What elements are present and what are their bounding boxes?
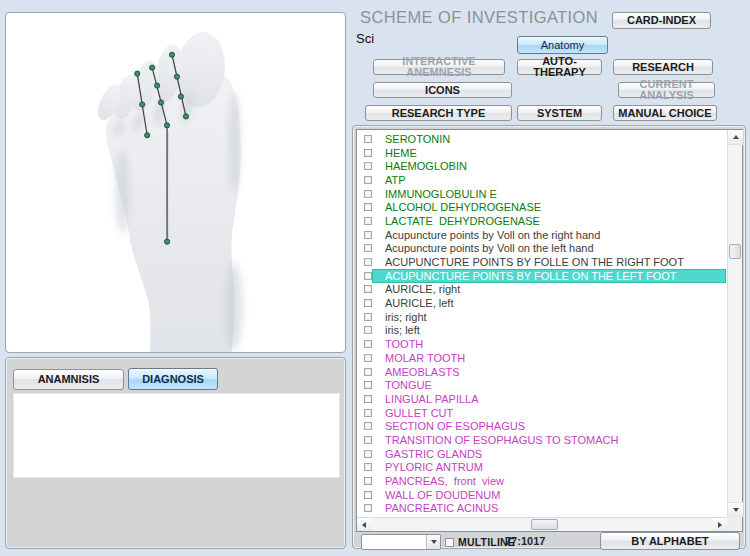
list-item[interactable]: AURICLE, right [357,283,727,297]
item-checkbox[interactable] [364,354,372,362]
dropdown-arrow-button[interactable] [426,535,440,549]
list-item[interactable]: LINGUAL PAPILLA [357,392,727,406]
acupuncture-point[interactable] [159,100,164,105]
item-checkbox[interactable] [364,368,372,376]
item-checkbox[interactable] [364,258,372,266]
item-checkbox[interactable] [364,162,372,170]
acupuncture-point[interactable] [135,71,140,76]
item-checkbox[interactable] [364,504,372,512]
item-checkbox[interactable] [364,381,372,389]
list-item[interactable]: GASTRIC GLANDS [357,447,727,461]
list-item[interactable]: ACUPUNCTURE POINTS BY FOLLE ON THE LEFT … [357,269,727,283]
item-label: MOLAR TOOTH [372,352,465,364]
auto-therapy-button[interactable]: AUTO-THERAPY [517,59,602,75]
item-checkbox[interactable] [364,409,372,417]
item-checkbox[interactable] [364,244,372,252]
list-item[interactable]: HEME [357,146,727,160]
item-checkbox[interactable] [364,299,372,307]
acupuncture-point[interactable] [183,114,188,119]
list-item[interactable]: AURICLE, left [357,296,727,310]
list-item[interactable]: TONGUE [357,378,727,392]
filter-dropdown[interactable] [361,534,441,550]
item-checkbox[interactable] [364,395,372,403]
item-label: GASTRIC GLANDS [372,448,482,460]
item-checkbox[interactable] [364,272,372,280]
item-label: AMEOBLASTS [372,366,460,378]
diagnosis-button[interactable]: DIAGNOSIS [128,368,218,390]
list-item[interactable]: PANCREATIC ACINUS [357,502,727,516]
card-index-button[interactable]: CARD-INDEX [612,12,711,29]
item-checkbox[interactable] [364,203,372,211]
item-checkbox[interactable] [364,231,372,239]
acupuncture-point[interactable] [178,94,183,99]
list-item[interactable]: SECTION OF ESOPHAGUS [357,419,727,433]
item-checkbox[interactable] [364,491,372,499]
research-button[interactable]: RESEARCH [613,59,713,75]
list-item[interactable]: IMMUNOGLOBULIN E [357,187,727,201]
item-checkbox[interactable] [364,313,372,321]
diagnosis-text-area[interactable] [13,393,340,478]
item-checkbox[interactable] [364,135,372,143]
acupuncture-point[interactable] [164,123,169,128]
list-item[interactable]: HAEMOGLOBIN [357,159,727,173]
item-checkbox[interactable] [364,176,372,184]
horizontal-scrollbar[interactable] [357,517,727,531]
multiline-checkbox[interactable] [445,538,454,547]
item-label: WALL OF DOUDENUM [372,489,500,501]
item-checkbox[interactable] [364,436,372,444]
item-checkbox[interactable] [364,190,372,198]
acupuncture-point[interactable] [150,65,155,70]
research-type-button[interactable]: RESEARCH TYPE [365,105,512,121]
horizontal-scrollbar-thumb[interactable] [531,519,558,530]
list-item[interactable]: Acupuncture points by Voll on the right … [357,228,727,242]
by-alphabet-button[interactable]: BY ALPHABET [600,532,740,550]
item-checkbox[interactable] [364,463,372,471]
item-checkbox[interactable] [364,326,372,334]
list-item[interactable]: ALCOHOL DEHYDROGENASE [357,200,727,214]
item-checkbox[interactable] [364,340,372,348]
item-checkbox[interactable] [364,450,372,458]
scroll-left-button[interactable] [357,518,371,531]
item-checkbox[interactable] [364,217,372,225]
item-checkbox[interactable] [364,422,372,430]
item-label: GULLET CUT [372,407,453,419]
list-item[interactable]: iris; right [357,310,727,324]
acupuncture-point[interactable] [140,102,145,107]
acupuncture-point[interactable] [145,133,150,138]
scrollbar-corner [727,517,742,531]
list-item[interactable]: WALL OF DOUDENUM [357,488,727,502]
icons-button[interactable]: ICONS [373,82,512,98]
list-item[interactable]: AMEOBLASTS [357,365,727,379]
list-item[interactable]: PYLORIC ANTRUM [357,461,727,475]
acupuncture-point[interactable] [155,83,160,88]
acupuncture-point[interactable] [174,74,179,79]
list-item[interactable]: MOLAR TOOTH [357,351,727,365]
scroll-right-button[interactable] [713,518,727,531]
list-item[interactable]: iris; left [357,324,727,338]
list-item[interactable]: TRANSITION OF ESOPHAGUS TO STOMACH [357,433,727,447]
list-item[interactable]: TOOTH [357,337,727,351]
manual-choice-button[interactable]: MANUAL CHOICE [613,105,717,121]
foot-image[interactable] [6,13,345,352]
vertical-scrollbar-thumb[interactable] [729,244,741,259]
list-item[interactable]: GULLET CUT [357,406,727,420]
list-item[interactable]: PANCREAS, front view [357,474,727,488]
item-checkbox[interactable] [364,149,372,157]
item-label: Acupuncture points by Voll on the left h… [372,242,594,254]
vertical-scrollbar[interactable] [727,130,742,517]
list-item[interactable]: SEROTONIN [357,132,727,146]
system-button[interactable]: SYSTEM [517,105,602,121]
list-item[interactable]: ATP [357,173,727,187]
list-item[interactable]: LACTATE DEHYDROGENASE [357,214,727,228]
list-item[interactable]: Acupuncture points by Voll on the left h… [357,242,727,256]
acupuncture-point[interactable] [164,239,169,244]
item-checkbox[interactable] [364,285,372,293]
anamnisis-button[interactable]: ANAMNISIS [13,369,124,390]
list-item[interactable]: ACUPUNCTURE POINTS BY FOLLE ON THE RIGHT… [357,255,727,269]
investigation-listbox: SEROTONINHEMEHAEMOGLOBINATPIMMUNOGLOBULI… [356,129,743,532]
scroll-down-button[interactable] [728,502,743,517]
scroll-up-button[interactable] [728,130,743,145]
item-checkbox[interactable] [364,477,372,485]
acupuncture-point[interactable] [169,52,174,57]
anatomy-button[interactable]: Anatomy [517,36,608,54]
